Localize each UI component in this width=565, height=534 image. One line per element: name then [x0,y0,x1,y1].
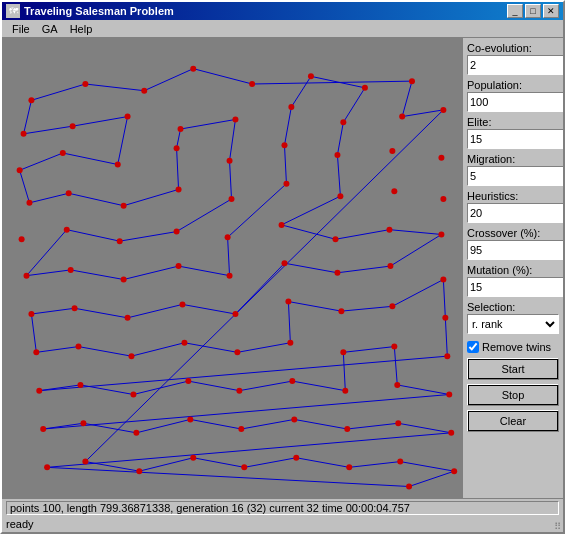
migration-label: Migration: [467,153,559,165]
selection-select[interactable]: r. rank tournament roulette [467,314,559,334]
selection-group: Selection: r. rank tournament roulette [467,301,559,334]
co-evolution-spinner: ▲ ▼ [467,55,559,75]
tsp-canvas [2,38,463,498]
crossover-label: Crossover (%): [467,227,559,239]
population-group: Population: ▲ ▼ [467,79,559,112]
status-text: points 100, length 799.36871338, generat… [6,501,559,515]
elite-group: Elite: ▲ ▼ [467,116,559,149]
remove-twins-label: Remove twins [482,341,551,353]
maximize-button[interactable]: □ [525,4,541,18]
heuristics-label: Heuristics: [467,190,559,202]
crossover-group: Crossover (%): ▲ ▼ [467,227,559,260]
menu-ga[interactable]: GA [36,21,64,37]
window-icon: 🗺 [6,4,20,18]
close-button[interactable]: ✕ [543,4,559,18]
elite-input[interactable] [467,129,563,149]
selection-label: Selection: [467,301,559,313]
remove-twins-row: Remove twins [467,341,559,353]
selection-row: r. rank tournament roulette [467,314,559,334]
mutation-group: Mutation (%): ▲ ▼ [467,264,559,297]
menu-file[interactable]: File [6,21,36,37]
start-button[interactable]: Start [467,358,559,380]
crossover-input[interactable] [467,240,563,260]
window-title: Traveling Salesman Problem [24,5,174,17]
population-label: Population: [467,79,559,91]
migration-spinner: ▲ ▼ [467,166,559,186]
mutation-spinner: ▲ ▼ [467,277,559,297]
co-evolution-input[interactable] [467,55,563,75]
remove-twins-checkbox[interactable] [467,341,479,353]
minimize-button[interactable]: _ [507,4,523,18]
clear-button[interactable]: Clear [467,410,559,432]
title-bar: 🗺 Traveling Salesman Problem _ □ ✕ [2,2,563,20]
co-evolution-group: Co-evolution: ▲ ▼ [467,42,559,75]
menu-help[interactable]: Help [64,21,99,37]
status-bar: points 100, length 799.36871338, generat… [2,498,563,516]
canvas-area [2,38,463,498]
ready-text: ready [6,518,34,530]
elite-label: Elite: [467,116,559,128]
co-evolution-label: Co-evolution: [467,42,559,54]
main-content: Co-evolution: ▲ ▼ Population: ▲ ▼ [2,38,563,498]
stop-button[interactable]: Stop [467,384,559,406]
main-window: 🗺 Traveling Salesman Problem _ □ ✕ File … [0,0,565,534]
side-panel: Co-evolution: ▲ ▼ Population: ▲ ▼ [463,38,563,498]
ready-bar: ready ⠿ [2,516,563,532]
migration-input[interactable] [467,166,563,186]
mutation-input[interactable] [467,277,563,297]
heuristics-group: Heuristics: ▲ ▼ [467,190,559,223]
window-controls: _ □ ✕ [507,4,559,18]
elite-spinner: ▲ ▼ [467,129,559,149]
heuristics-spinner: ▲ ▼ [467,203,559,223]
migration-group: Migration: ▲ ▼ [467,153,559,186]
heuristics-input[interactable] [467,203,563,223]
mutation-label: Mutation (%): [467,264,559,276]
resize-grip[interactable]: ⠿ [551,520,563,532]
population-input[interactable] [467,92,563,112]
crossover-spinner: ▲ ▼ [467,240,559,260]
menu-bar: File GA Help [2,20,563,38]
population-spinner: ▲ ▼ [467,92,559,112]
